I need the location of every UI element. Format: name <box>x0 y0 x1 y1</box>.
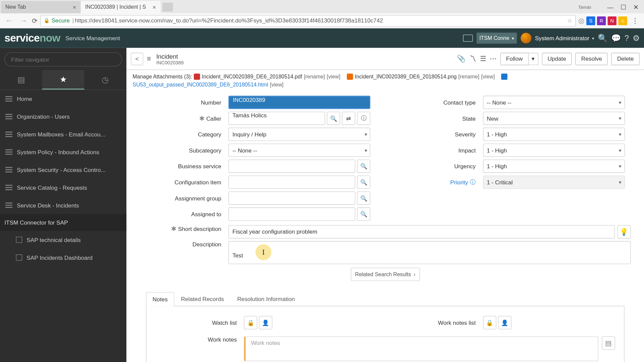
view-link[interactable]: [view] <box>481 74 495 80</box>
tab-favorites-icon[interactable]: ★ <box>42 70 85 89</box>
attachments-lead[interactable]: Manage Attachments (3): <box>132 74 192 80</box>
sidebar-item-system-policy[interactable]: System Policy - Inbound Actions <box>0 143 126 161</box>
category-select[interactable]: Inquiry / Help <box>228 128 370 141</box>
number-input[interactable]: INC0020389 <box>228 96 370 109</box>
lookup-icon[interactable]: 🔍 <box>357 191 370 205</box>
forward-icon[interactable]: → <box>18 16 29 25</box>
browser-tab-incident[interactable]: INC0020389 | Incident | S × <box>81 1 161 13</box>
chat-icon[interactable]: 💬 <box>611 33 621 43</box>
add-me-icon[interactable]: 👤 <box>259 316 272 329</box>
browser-tab-newtab[interactable]: New Tab × <box>1 1 81 13</box>
sidebar-item-system-mailboxes[interactable]: System Mailboxes - Email Accou... <box>0 125 126 143</box>
expand-icon[interactable]: ▤ <box>602 337 615 350</box>
gear-icon[interactable]: ⚙ <box>633 33 640 43</box>
reload-icon[interactable]: ⟳ <box>32 17 38 25</box>
rename-link[interactable]: [rename] <box>304 74 325 80</box>
sidebar-item-service-desk[interactable]: Service Desk - Incidents <box>0 196 126 214</box>
target-icon[interactable]: ◎ <box>578 16 585 25</box>
short-description-input[interactable]: Fiscal year configuration problem <box>228 225 615 239</box>
sidebar-nav-list: Home Organization - Users System Mailbox… <box>0 90 126 362</box>
lookup-icon[interactable]: 🔍 <box>357 207 370 221</box>
address-bar[interactable]: 🔒 Secure | https://dev18041.service-now.… <box>40 15 576 26</box>
info-icon[interactable]: ⓘ <box>357 112 370 125</box>
sidebar-item-organization-users[interactable]: Organization - Users <box>0 108 126 125</box>
tab-history-icon[interactable]: ◷ <box>84 70 126 89</box>
impact-select[interactable]: 1 - High <box>483 143 625 157</box>
lock-icon: 🔒 <box>44 18 50 23</box>
minimize-icon[interactable]: — <box>607 4 613 11</box>
sidebar-item-system-security[interactable]: System Security - Access Contro... <box>0 161 126 179</box>
more-actions-icon[interactable]: ⋯ <box>490 55 497 63</box>
work-notes-textarea[interactable]: Work notes <box>244 337 598 361</box>
new-tab-button[interactable] <box>162 3 173 11</box>
extension-n-icon[interactable]: N <box>608 16 616 25</box>
add-me-icon[interactable]: 👤 <box>498 316 511 329</box>
attachment-file-pdf[interactable]: Incident_INC0020389_DE6_20180514.pdf <box>202 74 302 80</box>
lookup-icon[interactable]: 🔍 <box>327 112 340 125</box>
business-service-input[interactable] <box>228 160 355 173</box>
user-menu[interactable]: System Administrator ▾ <box>521 33 594 44</box>
extension-s-icon[interactable]: S <box>586 16 595 25</box>
delete-button[interactable]: Delete <box>611 53 640 65</box>
sidebar-item-sap-dashboard[interactable]: SAP Incidents Dashboard <box>0 249 126 266</box>
sidebar-item-home[interactable]: Home <box>0 90 126 108</box>
tab-all-apps-icon[interactable]: ▤ <box>0 70 42 89</box>
list-icon <box>5 132 12 137</box>
close-icon[interactable]: × <box>73 4 76 11</box>
personalize-icon[interactable]: ☰ <box>480 55 486 63</box>
severity-select[interactable]: 1 - High <box>483 128 625 141</box>
profile-name[interactable]: Tamás <box>578 5 591 10</box>
assignment-group-input[interactable] <box>228 191 355 205</box>
logo-part-service: service <box>4 32 40 44</box>
search-icon[interactable]: 🔍 <box>598 33 607 43</box>
close-window-icon[interactable]: ✕ <box>633 4 639 11</box>
tab-notes[interactable]: Notes <box>146 292 174 306</box>
lookup-icon[interactable]: 🔍 <box>357 160 370 173</box>
back-icon[interactable]: ← <box>4 16 15 25</box>
show-related-icon[interactable]: ⇄ <box>342 112 355 125</box>
extension-r-icon[interactable]: R <box>597 16 606 25</box>
filter-navigator-input[interactable] <box>4 52 122 66</box>
view-link[interactable]: [view] <box>270 81 284 88</box>
configuration-item-input[interactable] <box>228 176 355 189</box>
help-icon[interactable]: ? <box>625 34 629 43</box>
attachment-icon[interactable]: 📎 <box>457 55 466 63</box>
suggestion-icon[interactable]: 💡 <box>618 225 631 239</box>
close-icon[interactable]: × <box>153 4 156 11</box>
role-picker[interactable]: ITSM Conne ▾ <box>476 33 517 44</box>
update-set-icon[interactable] <box>463 35 473 42</box>
tab-related-records[interactable]: Related Records <box>174 292 231 306</box>
update-button[interactable]: Update <box>542 53 572 65</box>
extension-emoji-icon[interactable]: ☺ <box>618 16 627 25</box>
sidebar-item-service-catalog[interactable]: Service Catalog - Requests <box>0 179 126 196</box>
servicenow-logo[interactable]: servicenow <box>4 32 60 44</box>
state-select[interactable]: New <box>483 112 625 125</box>
kebab-icon[interactable]: ⋮ <box>630 16 641 25</box>
attachment-file-html[interactable]: SU53_output_passed_INC0020389_DE6_201805… <box>132 81 268 88</box>
attachment-file-png[interactable]: Incident_INC0020389_DE6_20180514.png <box>355 74 457 80</box>
description-textarea[interactable]: Test I <box>228 241 631 264</box>
caller-input[interactable]: Tamás Holics <box>228 112 325 125</box>
sidebar-section-header[interactable]: ITSM Connector for SAP <box>0 214 126 231</box>
maximize-icon[interactable]: ☐ <box>621 4 626 11</box>
follow-dropdown[interactable]: ▾ <box>529 53 538 65</box>
lookup-icon[interactable]: 🔍 <box>357 176 370 189</box>
subcategory-select[interactable]: -- None -- <box>228 143 370 157</box>
lock-icon[interactable]: 🔒 <box>244 316 257 329</box>
back-button[interactable]: < <box>131 53 143 65</box>
assigned-to-input[interactable] <box>228 207 355 221</box>
urgency-select[interactable]: 1 - High <box>483 160 625 173</box>
sidebar-item-sap-technical[interactable]: SAP technical details <box>0 231 126 249</box>
form-menu-icon[interactable]: ≡ <box>147 55 151 63</box>
resolve-button[interactable]: Resolve <box>576 53 608 65</box>
help-icon[interactable]: ⓘ <box>470 178 476 186</box>
follow-button[interactable]: Follow <box>500 53 528 65</box>
star-icon[interactable]: ☆ <box>567 17 573 24</box>
rename-link[interactable]: [rename] <box>459 74 480 80</box>
view-link[interactable]: [view] <box>327 74 340 80</box>
activity-stream-icon[interactable]: 〽 <box>469 55 476 63</box>
tab-resolution-information[interactable]: Resolution Information <box>230 292 302 306</box>
lock-icon[interactable]: 🔒 <box>483 316 496 329</box>
contact-type-select[interactable]: -- None -- <box>483 96 625 109</box>
related-search-button[interactable]: Related Search Results › <box>351 268 420 281</box>
